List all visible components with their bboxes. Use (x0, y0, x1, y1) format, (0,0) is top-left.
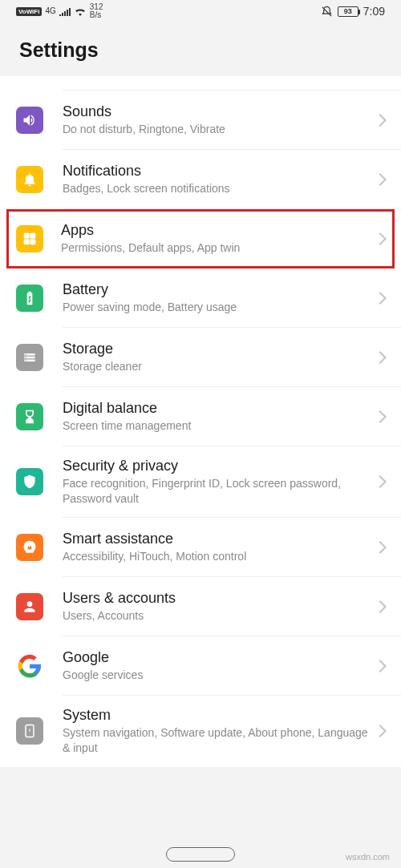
wifi-icon (74, 6, 87, 16)
clock: 7:09 (363, 5, 385, 18)
settings-row-sounds[interactable]: Sounds Do not disturb, Ringtone, Vibrate (0, 91, 401, 150)
chevron-right-icon (379, 541, 387, 554)
row-subtitle: Users, Accounts (63, 608, 372, 624)
status-right: 93 7:09 (321, 5, 385, 18)
settings-row-smart-assistance[interactable]: Smart assistance Accessibility, HiTouch,… (0, 518, 401, 577)
chevron-right-icon (379, 725, 387, 737)
row-subtitle: Screen time management (63, 418, 372, 434)
row-title: Security & privacy (63, 458, 372, 474)
settings-row-users-accounts[interactable]: Users & accounts Users, Accounts (0, 577, 401, 636)
settings-list[interactable]: Sounds Do not disturb, Ringtone, Vibrate… (0, 76, 401, 767)
svg-point-8 (29, 730, 30, 732)
chevron-right-icon (379, 351, 387, 364)
digital-balance-icon (16, 403, 43, 430)
row-subtitle: System navigation, Software update, Abou… (63, 725, 372, 756)
row-title: Storage (63, 341, 372, 357)
row-subtitle: Accessibility, HiTouch, Motion control (63, 549, 372, 564)
row-title: System (63, 707, 372, 724)
chevron-right-icon (379, 114, 387, 127)
row-title: Apps (61, 222, 372, 239)
apps-icon (16, 225, 43, 252)
svg-point-6 (26, 360, 26, 361)
nav-pill[interactable] (166, 847, 235, 862)
chevron-right-icon (379, 232, 387, 245)
svg-point-4 (26, 354, 26, 355)
settings-row-notifications[interactable]: Notifications Badges, Lock screen notifi… (0, 150, 401, 209)
header: Settings (0, 22, 401, 76)
row-title: Smart assistance (63, 531, 372, 547)
vowifi-badge: VoWiFi (16, 7, 42, 16)
system-icon (16, 717, 43, 745)
settings-row-storage[interactable]: Storage Storage cleaner (0, 328, 401, 387)
row-title: Digital balance (63, 400, 372, 417)
security-icon (16, 468, 43, 495)
row-title: Sounds (63, 103, 372, 120)
row-subtitle: Power saving mode, Battery usage (63, 300, 372, 315)
row-title: Notifications (63, 163, 372, 180)
watermark: wsxdn.com (346, 852, 390, 862)
settings-row-battery[interactable]: Battery Power saving mode, Battery usage (0, 268, 401, 328)
row-subtitle: Badges, Lock screen notifications (63, 181, 372, 196)
network-type: 4G (45, 7, 55, 15)
chevron-right-icon (379, 410, 387, 423)
mute-icon (321, 6, 333, 18)
row-subtitle: Google services (63, 668, 372, 683)
row-subtitle: Face recognition, Fingerprint ID, Lock s… (63, 476, 372, 507)
chevron-right-icon (379, 292, 387, 305)
settings-row-system[interactable]: System System navigation, Software updat… (0, 696, 401, 767)
net-speed: 312 B/s (90, 3, 103, 19)
smart-assistance-icon (16, 534, 43, 561)
row-subtitle: Storage cleaner (63, 359, 372, 374)
chevron-right-icon (379, 173, 387, 186)
page-title: Settings (19, 38, 382, 62)
svg-point-5 (26, 357, 26, 357)
row-subtitle: Do not disturb, Ringtone, Vibrate (63, 122, 372, 137)
settings-row-digital-balance[interactable]: Digital balance Screen time management (0, 387, 401, 446)
battery-level: 93 (344, 7, 352, 15)
users-icon (16, 593, 43, 620)
row-title: Users & accounts (63, 590, 372, 607)
nav-bar (0, 847, 401, 862)
row-title: Google (63, 649, 372, 666)
row-title: Battery (63, 281, 372, 298)
settings-row-apps[interactable]: Apps Permissions, Default apps, App twin (6, 209, 395, 268)
battery-icon (16, 285, 43, 312)
chevron-right-icon (379, 660, 387, 672)
chevron-right-icon (379, 600, 387, 613)
settings-row-google[interactable]: Google Google services (0, 636, 401, 696)
google-icon (16, 652, 43, 680)
sounds-icon (16, 107, 43, 134)
net-speed-unit: B/s (90, 11, 103, 19)
notifications-icon (16, 166, 43, 193)
status-bar: VoWiFi 4G 312 B/s 93 7:09 (0, 0, 401, 22)
signal-icon (59, 7, 71, 16)
storage-icon (16, 344, 43, 371)
settings-row-security[interactable]: Security & privacy Face recognition, Fin… (0, 446, 401, 518)
chevron-right-icon (379, 475, 387, 488)
row-subtitle: Permissions, Default apps, App twin (61, 240, 372, 256)
partial-prev-row (63, 76, 401, 91)
status-left: VoWiFi 4G 312 B/s (16, 3, 103, 19)
battery-indicator: 93 (338, 6, 358, 17)
